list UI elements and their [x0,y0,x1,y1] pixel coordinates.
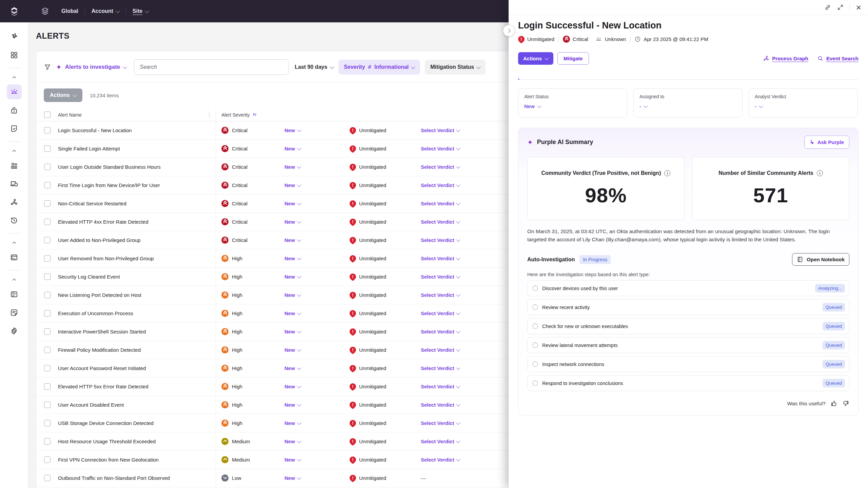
alert-status-dropdown[interactable]: New [284,182,301,188]
column-header-alert-name[interactable]: Alert Name [58,112,82,118]
sidebar-item-reports[interactable] [7,287,22,302]
alert-status-dropdown[interactable]: New [284,292,301,298]
field-value-dropdown[interactable]: - [755,103,852,109]
row-checkbox[interactable] [44,420,51,426]
sidebar-item-console[interactable] [7,250,22,265]
alert-status-dropdown[interactable]: New [284,201,301,206]
event-search-link[interactable]: Event Search [817,55,859,62]
select-verdict-dropdown[interactable]: Select Verdict [421,402,460,408]
panel-tab[interactable] [564,73,566,79]
panel-tab[interactable] [530,73,531,79]
row-checkbox[interactable] [44,182,51,188]
select-verdict-dropdown[interactable]: Select Verdict [421,329,460,334]
sidebar-item-threats[interactable] [7,103,22,118]
select-verdict-dropdown[interactable]: — [421,475,426,481]
process-graph-link[interactable]: Process Graph [763,55,808,62]
thumbs-down-icon[interactable] [842,400,849,407]
panel-tab[interactable] [518,73,519,79]
sidebar-item-alerts[interactable] [7,84,22,99]
sidebar-group-collapse-1[interactable] [7,73,22,82]
sidebar-item-reports-check[interactable] [7,121,22,136]
alert-status-dropdown[interactable]: New [284,384,301,389]
severity-filter-pill[interactable]: Severity Informational [338,60,420,75]
copy-link-icon[interactable] [824,4,831,11]
alert-status-dropdown[interactable]: New [284,256,301,261]
row-checkbox[interactable] [44,475,51,481]
row-checkbox[interactable] [44,292,51,298]
alert-status-dropdown[interactable]: New [284,365,301,371]
sidebar-item-network[interactable] [7,195,22,209]
mitigate-button[interactable]: Mitigate [557,52,589,65]
alert-status-dropdown[interactable]: New [284,402,301,408]
scope-item[interactable]: Site [126,8,155,14]
row-checkbox[interactable] [44,456,51,463]
panel-collapse-button[interactable] [503,25,514,36]
row-checkbox[interactable] [44,402,51,408]
sidebar-item-dashboard[interactable] [7,47,22,62]
ask-purple-button[interactable]: Ask Purple [804,136,849,149]
select-verdict-dropdown[interactable]: Select Verdict [421,256,460,261]
panel-tab[interactable] [541,73,542,79]
scope-item[interactable]: Global [55,8,85,14]
row-checkbox[interactable] [44,145,51,152]
alert-status-dropdown[interactable]: New [284,237,301,243]
select-verdict-dropdown[interactable]: Select Verdict [421,237,460,243]
row-checkbox[interactable] [44,237,51,243]
select-verdict-dropdown[interactable]: Select Verdict [421,384,460,389]
select-verdict-dropdown[interactable]: Select Verdict [421,347,460,353]
select-verdict-dropdown[interactable]: Select Verdict [421,310,460,316]
row-checkbox[interactable] [44,310,51,317]
alert-status-dropdown[interactable]: New [284,420,301,426]
sidebar-item-identity[interactable] [7,158,22,173]
sidebar-group-collapse-4[interactable] [7,275,22,284]
select-verdict-dropdown[interactable]: Select Verdict [421,164,460,170]
panel-actions-button[interactable]: Actions [518,52,553,65]
alert-status-dropdown[interactable]: New [284,310,301,316]
select-verdict-dropdown[interactable]: Select Verdict [421,146,460,151]
thumbs-up-icon[interactable] [830,400,837,407]
panel-tab[interactable] [553,73,554,79]
alert-status-dropdown[interactable]: New [284,127,301,133]
row-checkbox[interactable] [44,200,51,207]
row-checkbox[interactable] [44,365,51,371]
sidebar-item-history[interactable] [7,213,22,228]
panel-tab[interactable] [576,73,577,79]
alert-status-dropdown[interactable]: New [284,347,301,353]
alert-status-dropdown[interactable]: New [284,439,301,444]
row-checkbox[interactable] [44,219,51,225]
sidebar-group-collapse-2[interactable] [7,146,22,155]
scope-item[interactable]: Account [85,8,126,14]
row-checkbox[interactable] [44,127,51,134]
select-verdict-dropdown[interactable]: Select Verdict [421,219,460,225]
expand-icon[interactable] [837,4,844,11]
select-verdict-dropdown[interactable]: Select Verdict [421,365,460,371]
row-checkbox[interactable] [44,383,51,390]
field-value-dropdown[interactable]: New [524,103,621,109]
alert-status-dropdown[interactable]: New [284,219,301,225]
alert-status-dropdown[interactable]: New [284,274,301,280]
select-verdict-dropdown[interactable]: Select Verdict [421,292,460,298]
sidebar-item-purple-ai[interactable] [7,29,22,44]
row-checkbox[interactable] [44,164,51,170]
alert-status-dropdown[interactable]: New [284,475,301,481]
alert-status-dropdown[interactable]: New [284,329,301,334]
select-verdict-dropdown[interactable]: Select Verdict [421,182,460,188]
close-icon[interactable] [856,4,861,11]
panel-tab[interactable] [587,73,589,79]
select-verdict-dropdown[interactable]: Select Verdict [421,420,460,426]
sidebar-item-settings[interactable] [7,323,22,338]
select-verdict-dropdown[interactable]: Select Verdict [421,457,460,463]
row-checkbox[interactable] [44,255,51,262]
row-checkbox[interactable] [44,347,51,353]
info-icon[interactable] [817,170,823,176]
filter-preset-dropdown[interactable]: Alerts to investigate [56,63,126,71]
column-header-alert-severity[interactable]: Alert Severity [221,112,250,118]
filter-funnel-icon[interactable] [44,63,51,71]
select-verdict-dropdown[interactable]: Select Verdict [421,274,460,280]
alert-status-dropdown[interactable]: New [284,146,301,151]
sort-icon[interactable] [252,112,257,117]
search-input[interactable] [134,59,289,75]
sidebar-group-collapse-3[interactable] [7,238,22,247]
row-checkbox[interactable] [44,273,51,280]
time-range-dropdown[interactable]: Last 90 days [295,64,334,70]
